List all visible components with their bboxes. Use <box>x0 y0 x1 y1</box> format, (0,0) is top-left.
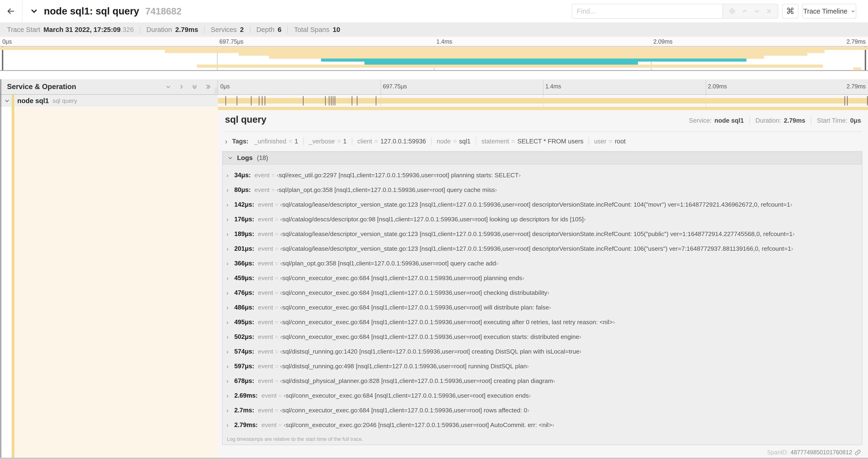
tag-equals: = <box>374 138 378 145</box>
span-id-value: 4877749850101760812 <box>790 449 852 456</box>
log-field-value: sql/distsql_physical_planner.go:828 [nsq… <box>282 378 553 384</box>
log-field-value: sql/distsql_running.go:498 [nsql1,client… <box>282 363 527 370</box>
logs-header[interactable]: Logs (18) <box>223 152 862 165</box>
log-field-value: sql/conn_executor_exec.go:684 [nsql1,cli… <box>282 274 522 282</box>
log-entry[interactable]: ›34μs:event = ‹sql/exec_util.go:2297 [ns… <box>223 168 862 183</box>
log-field-name: event <box>261 421 277 428</box>
axis-tick-label: 697.75μs <box>219 38 243 45</box>
summary-value: March 31 2022, 17:25:09 <box>43 26 121 34</box>
log-equals: = <box>270 172 277 179</box>
next-match-icon[interactable] <box>754 8 760 14</box>
overview-label: Start Time: <box>817 117 847 124</box>
log-entry[interactable]: ›366μs:event = ‹sql/plan_opt.go:358 [nsq… <box>223 256 862 271</box>
log-tick-marker <box>333 96 334 105</box>
log-message: event = ‹sql/catalog/lease/descriptor_ve… <box>258 201 793 208</box>
span-id-label: SpanID: <box>767 449 788 456</box>
log-tick-marker <box>225 96 226 105</box>
log-message: event = ‹sql/catalog/lease/descriptor_ve… <box>258 230 795 238</box>
log-equals: = <box>273 216 280 223</box>
tag: _unfinished=1 <box>254 138 298 145</box>
log-entry[interactable]: ›459μs:event = ‹sql/conn_executor_exec.g… <box>223 271 862 286</box>
span-row-service[interactable]: node sql1 sql query <box>0 95 218 107</box>
tags-expand-caret-icon[interactable]: › <box>225 138 227 145</box>
log-expand-caret-icon: › <box>226 245 234 252</box>
overview-item: Duration:2.79ms <box>755 117 805 124</box>
log-equals: = <box>277 421 283 428</box>
log-field-value: sql/exec_util.go:2297 [nsql1,client=127.… <box>279 172 519 179</box>
prev-match-icon[interactable] <box>742 8 748 14</box>
column-resizer-grip[interactable] <box>215 88 217 94</box>
log-message: event = ‹sql/catalog/lease/descriptor_ve… <box>258 245 793 252</box>
log-entry[interactable]: ›476μs:event = ‹sql/conn_executor_exec.g… <box>223 286 862 300</box>
span-row-bar-area[interactable] <box>218 95 868 107</box>
keyboard-shortcuts-button[interactable]: ⌘ <box>782 4 799 19</box>
tag-key: client <box>358 138 372 145</box>
logs-count: (18) <box>257 154 268 162</box>
log-entry[interactable]: ›597μs:event = ‹sql/distsql_running.go:4… <box>223 359 862 374</box>
log-tick-marker <box>844 96 845 105</box>
clear-search-icon[interactable] <box>766 8 772 14</box>
log-tick-marker <box>329 96 330 105</box>
log-entry[interactable]: ›80μs:event = ‹sql/plan_opt.go:358 [nsql… <box>223 183 862 197</box>
log-entry[interactable]: ›574μs:event = ‹sql/distsql_running.go:1… <box>223 344 862 359</box>
find-tools <box>723 4 778 19</box>
log-tick-marker <box>265 96 265 105</box>
span-collapse-chevron-icon[interactable] <box>4 98 10 104</box>
log-expand-caret-icon: › <box>226 304 234 311</box>
collapse-trace-chevron-icon[interactable] <box>30 7 38 15</box>
log-tick-marker <box>237 96 237 105</box>
log-entry[interactable]: ›495μs:event = ‹sql/conn_executor_exec.g… <box>223 315 862 330</box>
log-entry[interactable]: ›486μs:event = ‹sql/conn_executor_exec.g… <box>223 300 862 315</box>
log-entry[interactable]: ›201μs:event = ‹sql/catalog/lease/descri… <box>223 241 862 256</box>
log-close-quote: › <box>496 260 498 267</box>
view-selector-button[interactable]: Trace Timeline <box>802 4 856 19</box>
back-button[interactable] <box>0 0 22 22</box>
log-field-name: event <box>258 378 273 384</box>
log-close-quote: › <box>529 392 531 399</box>
summary-separator <box>204 26 205 33</box>
log-timestamp: 142μs: <box>234 201 254 208</box>
expand-all-icon[interactable] <box>205 84 211 90</box>
tag-equals: = <box>289 138 292 145</box>
log-entry[interactable]: ›678μs:event = ‹sql/distsql_physical_pla… <box>223 374 862 388</box>
span-service-name: node sql1 <box>17 97 49 105</box>
log-entry[interactable]: ›2.79ms:event = ‹sql/conn_executor_exec.… <box>223 418 862 432</box>
log-entry[interactable]: ›2.7ms:event = ‹sql/conn_executor_exec.g… <box>223 403 862 418</box>
minimap-span-bar <box>165 50 825 53</box>
span-overview: Service:node sql1Duration:2.79msStart Ti… <box>689 117 861 124</box>
log-entry[interactable]: ›176μs:event = ‹sql/catalog/descs/descri… <box>223 212 862 227</box>
log-entry[interactable]: ›502μs:event = ‹sql/conn_executor_exec.g… <box>223 330 862 344</box>
log-close-quote: › <box>579 348 582 355</box>
expand-one-icon[interactable] <box>178 84 184 90</box>
log-message: event = ‹sql/conn_executor_exec.go:684 [… <box>261 392 531 399</box>
tag-value: sql1 <box>459 138 471 145</box>
log-timestamp: 486μs: <box>234 304 254 311</box>
log-field-value: sql/plan_opt.go:358 [nsql1,client=127.0.… <box>282 260 496 267</box>
log-entry[interactable]: ›2.69ms:event = ‹sql/conn_executor_exec.… <box>223 388 862 403</box>
bottom-scrollbar-strip[interactable] <box>0 458 868 459</box>
tag-separator <box>303 137 304 145</box>
collapse-one-icon[interactable] <box>165 84 171 90</box>
log-timestamp: 574μs: <box>234 348 254 355</box>
axis-tick-label: 697.75μs <box>383 83 407 90</box>
copy-link-icon[interactable] <box>855 449 861 456</box>
log-entry[interactable]: ›189μs:event = ‹sql/catalog/lease/descri… <box>223 227 862 241</box>
locate-icon[interactable] <box>729 8 736 15</box>
tag-separator <box>476 137 476 145</box>
log-field-name: event <box>258 230 273 237</box>
collapse-all-icon[interactable] <box>191 84 198 90</box>
span-operation-name: sql query <box>53 97 77 104</box>
minimap-left-handle[interactable] <box>2 47 3 70</box>
minimap-right-handle[interactable] <box>865 47 866 70</box>
axis-tick-label: 1.4ms <box>545 83 561 90</box>
log-equals: = <box>277 392 283 399</box>
log-entry[interactable]: ›142μs:event = ‹sql/catalog/lease/descri… <box>223 197 862 212</box>
logs-footnote: Log timestamps are relative to the start… <box>223 436 862 442</box>
service-operation-title: Service & Operation <box>7 83 165 91</box>
child-span-bar-strip <box>218 107 868 110</box>
log-tick-marker <box>376 96 376 105</box>
find-input[interactable] <box>572 4 723 19</box>
minimap-canvas[interactable] <box>0 46 868 71</box>
log-timestamp: 502μs: <box>234 333 254 340</box>
log-timestamp: 201μs: <box>234 245 254 252</box>
